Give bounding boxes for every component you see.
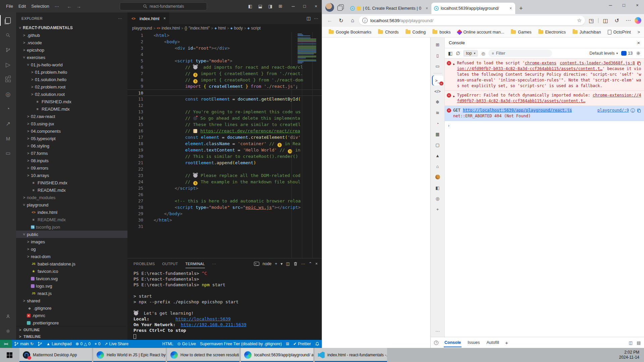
maximize-icon[interactable]: □ [299, 1, 310, 11]
bookmarks-overflow-icon[interactable]: > [637, 29, 640, 35]
taskbar-button-1[interactable]: Mattermost Desktop App [19, 348, 92, 362]
breadcrumb-item[interactable]: ◈script [248, 26, 261, 31]
drawer-tab-autofill[interactable]: Autofill [486, 338, 500, 347]
taskbar-button-4[interactable]: localhost:5639/app/playground/ a... [241, 348, 313, 362]
tree-item-react-js[interactable]: JSreact.js [16, 290, 127, 297]
tree-item-images[interactable]: >images [16, 238, 127, 245]
history-back-icon[interactable]: ← [67, 4, 72, 9]
section-outline[interactable]: >OUTLINE [16, 326, 127, 333]
tab-close-icon[interactable]: × [425, 6, 429, 11]
tree-item-logo-svg[interactable]: logo.svg [16, 282, 127, 290]
console-icon[interactable]: >_× [432, 75, 443, 85]
terminal-dropdown-icon[interactable]: ▾ [281, 261, 283, 266]
device-emulation-icon[interactable]: ▯ [432, 50, 443, 60]
tree-item-09-errors[interactable]: >09.errors [16, 164, 127, 172]
tree-item--gitignore[interactable]: ◆.gitignore [16, 304, 127, 312]
tree-item-readme-mdx[interactable]: ≡README.mdx [16, 186, 127, 194]
remote-explorer-icon[interactable]: ◎ [0, 87, 16, 102]
history-forward-icon[interactable]: → [76, 4, 81, 9]
status-item-main[interactable]: main↻ [12, 340, 36, 348]
panel-tab-problems[interactable]: PROBLEMS [133, 260, 155, 268]
source-control-icon[interactable] [0, 43, 16, 57]
status-item-supermaven[interactable]: Supermaven Free Tier (disabled by .gitig… [198, 340, 284, 348]
tree-item-exercises[interactable]: >exercises [16, 54, 127, 61]
explorer-icon[interactable] [0, 13, 16, 28]
tree-item-shared[interactable]: >shared [16, 297, 127, 304]
code-editor[interactable]: 1<html>2 <body>3 <div id="root"></div>45… [127, 32, 322, 258]
close-icon[interactable]: × [631, 0, 644, 10]
customize-layout-icon[interactable]: ⊞ [276, 4, 285, 9]
refresh-icon[interactable]: ↻ [336, 15, 346, 25]
terminal[interactable]: PS E:\react-fundamentals> ^CPS E:\react-… [127, 269, 322, 340]
lighthouse-icon[interactable]: ▲ [432, 150, 443, 161]
bookmark-books[interactable]: books [430, 28, 453, 36]
bookmark-coding[interactable]: Coding [403, 28, 429, 36]
toggle-sidebar-icon[interactable]: ◧ [246, 4, 255, 9]
tree-item-02-solution-root[interactable]: >02.solution.root [16, 90, 127, 98]
tree-item-07-forms[interactable]: >07.forms [16, 149, 127, 157]
close-panel-icon[interactable]: × [315, 261, 318, 266]
detached-elements-icon[interactable]: ◎ [432, 193, 443, 203]
bookmark-games[interactable]: Games [508, 28, 534, 36]
extension-icon[interactable]: ◧ [432, 183, 443, 193]
terminal-shell-label[interactable]: node [263, 261, 272, 266]
tree-item-favicon-ico[interactable]: ★favicon.ico [16, 267, 127, 275]
status-item-prettier[interactable]: ✔Prettier [291, 340, 313, 348]
tree-item-og[interactable]: >og [16, 245, 127, 253]
tree-item--github[interactable]: >.github [16, 32, 127, 39]
menu-file[interactable]: File [3, 2, 16, 10]
tree-item-08-inputs[interactable]: >08.inputs [16, 157, 127, 164]
bookmark-electronics[interactable]: Electronics [536, 28, 569, 36]
history-icon[interactable]: ↺ [612, 15, 622, 25]
initiator-icon[interactable]: ↕ [631, 108, 635, 113]
copilot-icon[interactable] [635, 17, 641, 24]
settings-more-icon[interactable]: ··· [623, 15, 633, 25]
tree-item-tsconfig-json[interactable]: TStsconfig.json [16, 223, 127, 231]
minimize-icon[interactable]: ─ [604, 0, 617, 10]
log-levels-dropdown[interactable]: Default levels▾ [590, 51, 618, 56]
source-link[interactable]: content.ts-loader-3ed3668f.js:8 [560, 60, 641, 66]
tree-item--npmrc[interactable]: n.npmrc [16, 312, 127, 319]
explorer-more-icon[interactable]: ··· [118, 16, 122, 20]
console-prompt-icon[interactable]: › [445, 121, 644, 131]
tree-item-readme-mdx[interactable]: ≡README.mdx [16, 216, 127, 223]
breadcrumb-item[interactable]: playground [132, 26, 152, 31]
memory-icon[interactable]: ▦ [432, 129, 443, 139]
account-icon[interactable] [0, 309, 16, 324]
context-selector[interactable]: top▾ [463, 50, 478, 57]
editor-tab-index-html[interactable]: <> index.html × [127, 12, 169, 24]
inspect-icon[interactable]: ⊞ [432, 40, 443, 50]
bookmark-octoprint[interactable]: OctoPrint [605, 28, 634, 36]
close-icon[interactable]: × [310, 1, 322, 11]
run-debug-icon[interactable]: ▷ [0, 57, 16, 72]
search-icon[interactable] [0, 28, 16, 43]
status-item-launchpad[interactable]: ▲Launchpad [44, 340, 73, 348]
maximize-icon[interactable]: □ [617, 0, 631, 10]
extensions-icon[interactable]: ◳ [586, 15, 596, 25]
taskbar-button-3[interactable]: How to detect the screen resoluti... [167, 348, 239, 362]
site-info-icon[interactable]: i [362, 18, 368, 23]
status-item-0[interactable]: ⌖0 [93, 340, 102, 348]
tab-close-icon[interactable]: × [163, 15, 166, 22]
tree-item-finished-mdx[interactable]: ≡FINISHED.mdx [16, 98, 127, 105]
console-filter-input[interactable]: ≡ Filter [488, 50, 552, 57]
status-item[interactable]: ⊞ [284, 340, 291, 348]
remote-indicator[interactable]: >< [0, 340, 12, 348]
sources-icon[interactable]: </> [432, 86, 443, 96]
breadcrumb-item[interactable]: {}"index.html" [184, 26, 210, 31]
minimize-icon[interactable]: ─ [287, 1, 299, 11]
menubar-more-icon[interactable]: ··· [52, 2, 62, 10]
status-item-0[interactable]: ⊗0△0 [73, 340, 93, 348]
tab-actions-icon[interactable] [337, 4, 344, 11]
kill-terminal-icon[interactable] [293, 261, 298, 266]
taskbar-button-5[interactable]: index.html - react-fundamentals -... [315, 348, 387, 362]
browser-tab-1[interactable]: | 01. Create React Elements | 0× [347, 3, 431, 14]
chat-icon[interactable]: ▭ [0, 146, 16, 161]
clear-console-icon[interactable]: ∅ [456, 51, 460, 56]
application-icon[interactable]: ▢ [432, 140, 443, 150]
status-item-live[interactable]: ↗Live Share [102, 340, 130, 348]
tree-item-finished-mdx[interactable]: ≡FINISHED.mdx [16, 179, 127, 186]
drawer-tab-console[interactable]: Console [444, 338, 462, 347]
tree-item-index-html[interactable]: <>index.html [16, 208, 127, 216]
tab-close-icon[interactable]: × [509, 6, 513, 11]
